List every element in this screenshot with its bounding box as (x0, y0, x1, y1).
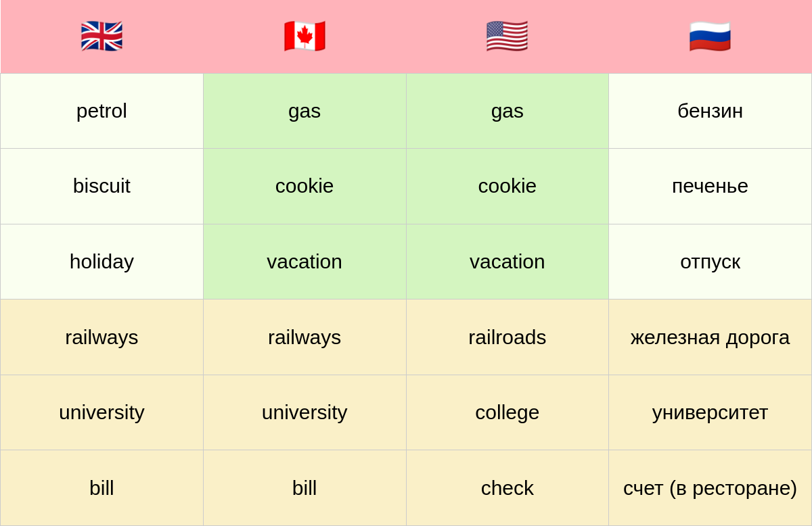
cell-bill-russian: счет (в ресторане) (609, 450, 812, 526)
russia-flag-header: 🇷🇺 (609, 0, 812, 73)
cell-petrol-uk: petrol (1, 73, 204, 149)
cell-university-usa: college (406, 375, 609, 450)
cell-biscuit-russian: печенье (609, 149, 812, 224)
cell-bill-usa: check (406, 450, 609, 526)
cell-biscuit-usa: cookie (406, 149, 609, 224)
canada-flag-header: 🇨🇦 (203, 0, 406, 73)
cell-biscuit-uk: biscuit (1, 149, 204, 224)
cell-university-russian: университет (609, 375, 812, 450)
cell-petrol-russian: бензин (609, 73, 812, 149)
cell-railways-uk: railways (1, 300, 204, 375)
cell-university-uk: university (1, 375, 204, 450)
row-university: universityuniversitycollegeуниверситет (1, 375, 812, 450)
header-row: 🇬🇧 🇨🇦 🇺🇸 🇷🇺 (1, 0, 812, 73)
cell-petrol-usa: gas (406, 73, 609, 149)
cell-railways-canada: railways (203, 300, 406, 375)
cell-bill-canada: bill (203, 450, 406, 526)
uk-flag-header: 🇬🇧 (1, 0, 204, 73)
vocabulary-table: 🇬🇧 🇨🇦 🇺🇸 🇷🇺 petrolgasgasбензинbiscuitcoo… (0, 0, 812, 526)
usa-flag-header: 🇺🇸 (406, 0, 609, 73)
cell-biscuit-canada: cookie (203, 149, 406, 224)
cell-university-canada: university (203, 375, 406, 450)
row-petrol: petrolgasgasбензин (1, 73, 812, 149)
cell-railways-russian: железная дорога (609, 300, 812, 375)
cell-holiday-russian: отпуск (609, 224, 812, 300)
row-holiday: holidayvacationvacationотпуск (1, 224, 812, 300)
cell-petrol-canada: gas (203, 73, 406, 149)
cell-holiday-canada: vacation (203, 224, 406, 300)
cell-holiday-uk: holiday (1, 224, 204, 300)
row-biscuit: biscuitcookiecookieпеченье (1, 149, 812, 224)
cell-bill-uk: bill (1, 450, 204, 526)
row-railways: railwaysrailwaysrailroadsжелезная дорога (1, 300, 812, 375)
row-bill: billbillcheckсчет (в ресторане) (1, 450, 812, 526)
cell-holiday-usa: vacation (406, 224, 609, 300)
cell-railways-usa: railroads (406, 300, 609, 375)
